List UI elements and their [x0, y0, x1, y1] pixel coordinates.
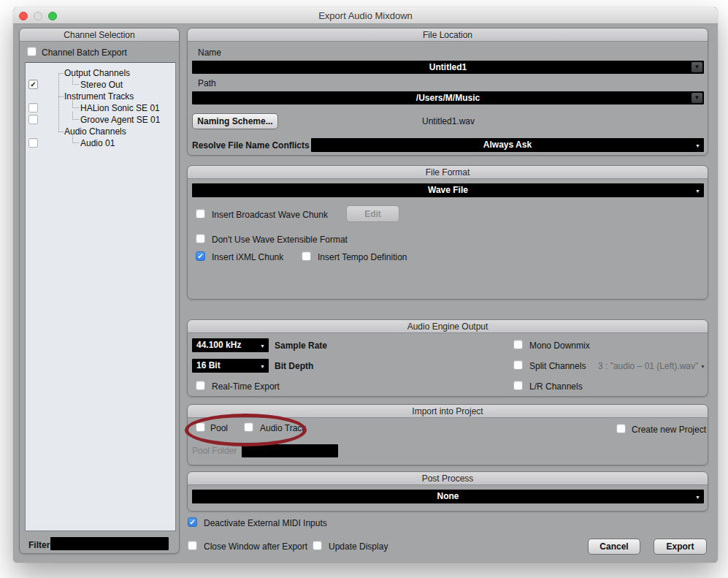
- name-label: Name: [198, 47, 221, 58]
- tempo-definition-checkbox[interactable]: [302, 251, 311, 261]
- close-window-after-export-checkbox[interactable]: [188, 541, 197, 550]
- channel-selection-header: Channel Selection: [20, 28, 179, 42]
- create-new-project-checkbox[interactable]: [616, 424, 626, 433]
- post-process-dropdown[interactable]: None ▼: [192, 490, 704, 503]
- pool-folder-field[interactable]: [242, 444, 338, 457]
- export-audio-mixdown-dialog: Export Audio Mixdown Channel Selection C…: [13, 7, 718, 563]
- sample-rate-value: 44.100 kHz: [192, 338, 269, 352]
- tree-item-label: HALion Sonic SE 01: [80, 103, 160, 113]
- update-display-checkbox[interactable]: [313, 541, 322, 550]
- channel-batch-export-label: Channel Batch Export: [42, 47, 127, 58]
- post-process-group: Post Process None ▼: [187, 471, 708, 512]
- tempo-definition-label: Insert Tempo Definition: [318, 252, 407, 262]
- mono-downmix-checkbox[interactable]: [513, 340, 523, 349]
- pool-folder-label: Pool Folder: [192, 446, 237, 456]
- file-format-value: Wave File: [192, 183, 704, 197]
- bit-depth-dropdown[interactable]: 16 Bit ▼: [192, 359, 269, 373]
- tree-item-label: Audio 01: [80, 138, 115, 148]
- path-label: Path: [198, 78, 216, 88]
- tree-item-instrument-tracks[interactable]: Instrument Tracks: [26, 91, 175, 102]
- name-dropdown[interactable]: Untitled1 ▼: [192, 61, 704, 74]
- tree-item-stereo-out[interactable]: ✓ Stereo Out: [26, 79, 175, 91]
- resolve-conflicts-value: Always Ask: [311, 138, 704, 152]
- annotation-ellipse: [185, 414, 307, 446]
- split-channels-value[interactable]: 3 : "audio – 01 (Left).wav": [598, 361, 698, 371]
- realtime-export-label: Real-Time Export: [212, 381, 280, 392]
- realtime-export-checkbox[interactable]: [196, 381, 205, 390]
- window-title: Export Audio Mixdown: [13, 10, 718, 21]
- channel-list[interactable]: Output Channels ✓ Stereo Out Instrument …: [25, 62, 176, 531]
- wave-extensible-checkbox[interactable]: [196, 234, 205, 243]
- close-window-after-export-label: Close Window after Export: [204, 541, 307, 552]
- file-format-group: File Format Wave File ▼ Insert Broadcast…: [187, 165, 708, 300]
- tree-item-audio-channels[interactable]: Audio Channels: [26, 126, 175, 137]
- resolve-conflicts-label: Resolve File Name Conflicts: [192, 140, 310, 151]
- bit-depth-label: Bit Depth: [275, 361, 313, 371]
- file-location-group: File Location Name Untitled1 ▼ Path /Use…: [187, 28, 708, 156]
- lr-channels-checkbox[interactable]: [513, 381, 523, 390]
- channel-selection-group: Channel Selection Channel Batch Export O…: [19, 28, 180, 554]
- tree-item-audio-01[interactable]: Audio 01: [26, 137, 175, 149]
- ixml-chunk-checkbox[interactable]: ✓: [196, 251, 205, 261]
- bit-depth-value: 16 Bit: [192, 359, 269, 373]
- wave-extensible-label: Don't Use Wave Extensible Format: [212, 235, 348, 245]
- file-format-caret-icon: ▼: [695, 188, 700, 193]
- file-format-header: File Format: [188, 166, 708, 179]
- name-dropdown-caret-icon[interactable]: ▼: [691, 62, 702, 72]
- mono-downmix-label: Mono Downmix: [529, 341, 590, 351]
- post-process-value: None: [192, 490, 704, 503]
- export-button[interactable]: Export: [654, 539, 707, 555]
- cancel-button[interactable]: Cancel: [588, 539, 640, 555]
- audio-engine-output-group: Audio Engine Output 44.100 kHz ▼ Sample …: [187, 319, 708, 397]
- create-new-project-label: Create new Project: [632, 425, 706, 435]
- path-dropdown-caret-icon[interactable]: ▼: [691, 93, 702, 103]
- ixml-chunk-label: Insert iXML Chunk: [212, 252, 283, 262]
- halion-sonic-checkbox[interactable]: [28, 103, 38, 113]
- audio-engine-output-header: Audio Engine Output: [188, 320, 708, 333]
- titlebar: Export Audio Mixdown: [13, 7, 718, 24]
- screen: Export Audio Mixdown Channel Selection C…: [0, 0, 728, 578]
- broadcast-wave-label: Insert Broadcast Wave Chunk: [212, 210, 328, 220]
- tree-item-groove-agent[interactable]: Groove Agent SE 01: [26, 114, 175, 126]
- path-dropdown[interactable]: /Users/M/Music ▼: [192, 91, 704, 104]
- edit-button[interactable]: Edit: [346, 205, 399, 222]
- split-channels-checkbox[interactable]: [513, 360, 523, 370]
- split-channels-caret-icon[interactable]: ▼: [700, 364, 705, 369]
- filter-label: Filter: [28, 540, 50, 550]
- post-process-caret-icon: ▼: [695, 494, 700, 499]
- name-value: Untitled1: [192, 61, 704, 74]
- bit-depth-caret-icon: ▼: [260, 363, 265, 368]
- split-channels-label: Split Channels: [529, 361, 586, 371]
- update-display-label: Update Display: [329, 541, 388, 552]
- groove-agent-checkbox[interactable]: [28, 115, 38, 124]
- file-location-header: File Location: [188, 28, 708, 42]
- tree-item-output-channels[interactable]: Output Channels: [26, 67, 175, 79]
- deactivate-midi-label: Deactivate External MIDI Inputs: [204, 518, 327, 528]
- channel-batch-export-checkbox[interactable]: [27, 47, 37, 56]
- resolve-conflicts-dropdown[interactable]: Always Ask ▼: [311, 138, 704, 152]
- stereo-out-checkbox[interactable]: ✓: [28, 80, 38, 89]
- tree-item-label: Stereo Out: [80, 80, 123, 90]
- tree-item-label: Groove Agent SE 01: [80, 115, 160, 125]
- resolve-conflicts-caret-icon: ▼: [695, 142, 700, 148]
- lr-channels-label: L/R Channels: [529, 381, 583, 392]
- sample-rate-dropdown[interactable]: 44.100 kHz ▼: [192, 338, 269, 352]
- preview-filename: Untitled1.wav: [188, 116, 709, 126]
- tree-item-halion-sonic[interactable]: HALion Sonic SE 01: [26, 102, 175, 114]
- sample-rate-label: Sample Rate: [275, 341, 327, 351]
- sample-rate-caret-icon: ▼: [260, 343, 265, 348]
- audio-01-checkbox[interactable]: [28, 138, 38, 148]
- post-process-header: Post Process: [188, 472, 708, 485]
- broadcast-wave-checkbox[interactable]: [196, 209, 205, 218]
- path-value: /Users/M/Music: [192, 91, 704, 104]
- file-format-dropdown[interactable]: Wave File ▼: [192, 183, 704, 197]
- deactivate-midi-checkbox[interactable]: ✓: [188, 517, 197, 527]
- filter-input[interactable]: [50, 537, 169, 550]
